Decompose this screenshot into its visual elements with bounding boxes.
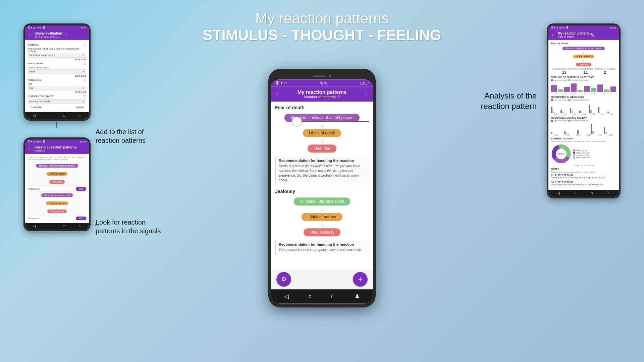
- legend-item-2: sitting in a café: [573, 152, 592, 154]
- pattern-group-2: Stimulus - perfume scent ↓ I think of pa…: [28, 191, 86, 215]
- pattern2-stimulus: Stimulus - perfume scent: [294, 197, 351, 205]
- back-icon-bottom[interactable]: ←: [28, 146, 33, 152]
- day-chart: [551, 122, 616, 134]
- pattern1-thought: I think of death: [303, 129, 341, 137]
- activity-desc: The activity during which the reaction p…: [551, 140, 616, 142]
- analysis-annotation: Analysis of thereaction pattern: [481, 90, 537, 111]
- status-time-right: 16:01: [609, 26, 616, 29]
- thoughts-label: THOUGHTS ⓘ: [28, 62, 86, 66]
- nav-bar-left-bottom: ◁ ○ □ ☆: [25, 223, 89, 229]
- timeline-legend: In generated signal In manually added si…: [551, 79, 616, 81]
- pattern1-feeling: I feel fear: [308, 144, 336, 153]
- fear-label: Fear of death: [551, 42, 616, 45]
- arrow1b: ↓: [321, 138, 323, 143]
- search-icon: ⚙: [281, 276, 286, 283]
- title-line2: STIMULUS - THOUGHT - FEELING: [203, 27, 441, 44]
- save-button[interactable]: SAVE: [76, 106, 84, 109]
- nav-square-right[interactable]: □: [591, 191, 593, 195]
- analysis-stimulus: Stimulus - the look at an old person: [562, 47, 605, 50]
- stat-signals: OCCURENCE IN SIGNALS 13: [552, 68, 577, 75]
- activity-chart-row: 30.1% watching TV sitting in a café: [551, 144, 616, 164]
- center-title-sub: Number of patterns: 2: [281, 95, 363, 99]
- notes-section: 31. 7. 2017 16:59:00 There was a documen…: [551, 174, 616, 187]
- rec-text-1: Death is a part of life as well as birth…: [279, 164, 366, 183]
- analysis-feeling: I feel fear: [576, 63, 591, 66]
- signal-eval-content: STIMULI ⓘ The stimulus, which was a trig…: [25, 40, 89, 112]
- feelings-edit-list[interactable]: EDIT LIST: [28, 91, 86, 94]
- edit-icon-right[interactable]: ✎: [590, 32, 594, 38]
- thought-pill-1: I think of death: [47, 172, 67, 176]
- nav-back-icon[interactable]: ◁: [33, 114, 36, 117]
- stimuli-select[interactable]: the look at an old person ▾: [28, 53, 86, 58]
- center-title-main: My reaction patterns: [281, 89, 363, 95]
- back-icon-right[interactable]: ←: [551, 32, 556, 38]
- cancel-button[interactable]: CANCEL: [31, 106, 42, 109]
- nav-person-icon-2[interactable]: ☆: [78, 224, 81, 228]
- feeling-pill-2: I feel jealousy: [47, 209, 67, 213]
- feeling-pill-1: I feel fear: [49, 180, 64, 184]
- center-phone-screen: 🔋 ▾ ⊿ 76 % 10:17 ← My reaction patterns …: [271, 79, 373, 303]
- nav-square-icon-2[interactable]: □: [63, 224, 65, 228]
- status-bar-left-top: ☰ ▾ ⊿ 79% 🔋 9:47: [25, 25, 89, 30]
- center-phone-content: Fear of death Stimulus - the look at an …: [271, 102, 373, 269]
- timeline-chart: [551, 82, 616, 92]
- status-time: 9:47: [81, 26, 86, 29]
- status-icons: ☰ ▾ ⊿ 84% 🔋: [28, 140, 46, 143]
- nav-person-right[interactable]: ☆: [607, 191, 610, 195]
- day-labels: 00:0004:0008:0013:0017:0021:00: [551, 134, 616, 136]
- add-button-1[interactable]: ADD: [76, 187, 86, 191]
- possible-patterns-phone: ☰ ▾ ⊿ 84% 🔋 15:57 ← Possible reaction pa…: [23, 137, 91, 231]
- legend-item-4: listening to the r...: [573, 157, 592, 159]
- signal-eval-title: Signal evaluation: [35, 32, 62, 35]
- main-title: My reaction patterns STIMULUS - THOUGHT …: [203, 10, 441, 44]
- week-legend: In generated signal In manually added si…: [551, 99, 616, 101]
- feelings-label: FEELINGS ⓘ: [28, 78, 86, 82]
- nav-person-center[interactable]: ♟: [355, 293, 360, 300]
- timeline-labels: 7.1011.1016.1021.1026.1011.112.11: [551, 93, 616, 95]
- nav-home-center[interactable]: ○: [308, 293, 312, 300]
- nav-bar-left-top: ◁ ○ □ ☆: [25, 112, 89, 119]
- note-1: 31. 7. 2017 16:59:00 There was a documen…: [551, 174, 616, 180]
- nav-square-icon[interactable]: □: [63, 114, 65, 117]
- nav-back-center[interactable]: ◁: [284, 293, 289, 300]
- signals-value: 13: [552, 70, 577, 75]
- phone-speaker: [313, 75, 326, 77]
- center-back-arrow[interactable]: ←: [275, 90, 281, 98]
- repeats-label-2: Repeats: 4: [28, 217, 39, 220]
- nav-person-icon[interactable]: ☆: [78, 114, 81, 117]
- donut-chart: 30.1%: [551, 144, 571, 164]
- thoughts-edit-list[interactable]: EDIT LIST: [28, 75, 86, 77]
- feelings-select[interactable]: fear ▾: [28, 86, 86, 90]
- center-menu-dots[interactable]: ⋮: [363, 90, 369, 98]
- rec-box-1: Recommendation for handling the reaction…: [275, 157, 369, 185]
- activity-select[interactable]: listening to the radio ▾: [28, 99, 86, 104]
- menu-icon[interactable]: ⋮: [63, 32, 69, 38]
- analysis-sub: Fear of death: [558, 35, 589, 38]
- add-button-2[interactable]: ADD: [76, 217, 86, 220]
- possible-patterns-title: Possible reaction patterns: [35, 145, 76, 149]
- nav-home-icon-2[interactable]: ○: [48, 224, 50, 228]
- back-icon[interactable]: ←: [28, 32, 33, 38]
- note1-text: There was a documentary about hospices o…: [551, 176, 616, 179]
- plus-icon: +: [358, 275, 363, 284]
- thoughts-select[interactable]: death ▾: [28, 69, 86, 74]
- note2-date: 18. 9. 2017 16:03:00: [551, 181, 616, 183]
- nav-square-center[interactable]: □: [331, 293, 335, 300]
- week-labels: SUNMONTUEWEDTHUFRISAT: [551, 113, 616, 115]
- rec-text-2: Your partner is not your property. Love …: [279, 248, 366, 252]
- status-time-bottom: 15:57: [79, 140, 86, 143]
- svg-text:30.1%: 30.1%: [558, 153, 565, 155]
- notes-desc: Signal notes corresponding to this react…: [551, 171, 616, 173]
- nav-back-icon-2[interactable]: ◁: [33, 224, 36, 228]
- fab-search-button[interactable]: ⚙: [276, 272, 291, 287]
- nav-back-right[interactable]: ◁: [557, 191, 560, 195]
- rec-title-1: Recommendation for handling the reaction: [279, 159, 366, 163]
- status-bar-left-bottom: ☰ ▾ ⊿ 84% 🔋 15:57: [25, 139, 89, 144]
- fab-add-button[interactable]: +: [353, 272, 368, 287]
- analysis-thought: I think of death: [573, 55, 594, 58]
- left-arrow: ←: [92, 220, 102, 230]
- possible-patterns-header: ← Possible reaction patterns Found: 2: [25, 144, 89, 154]
- nav-home-right[interactable]: ○: [574, 191, 576, 195]
- nav-home-icon[interactable]: ○: [48, 114, 50, 117]
- stimuli-edit-list[interactable]: EDIT LIST: [28, 58, 86, 61]
